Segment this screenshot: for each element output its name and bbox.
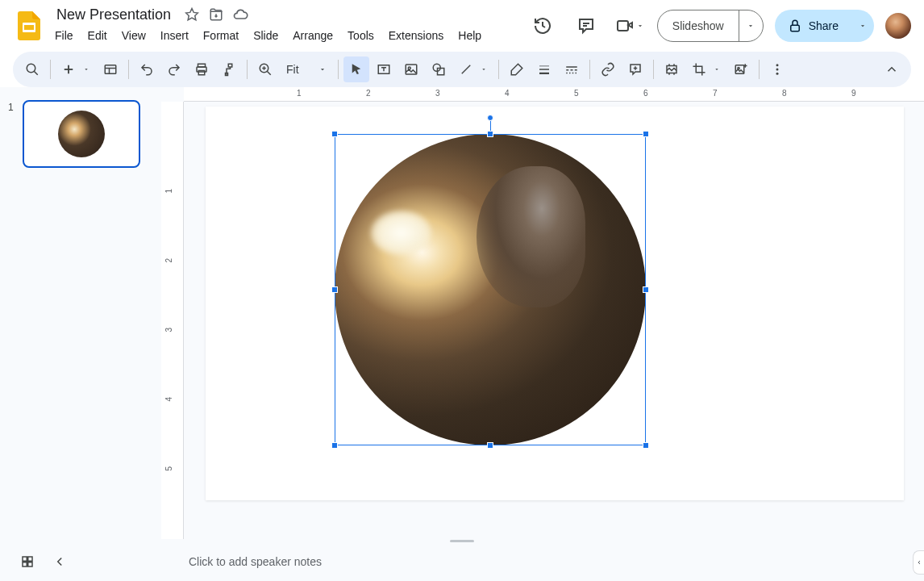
menu-view[interactable]: View <box>115 26 152 45</box>
cloud-saved-icon[interactable] <box>232 6 248 23</box>
menu-extensions[interactable]: Extensions <box>382 26 450 45</box>
crop-button[interactable] <box>686 56 712 82</box>
slide-panel: 1 <box>0 87 161 539</box>
slideshow-button[interactable]: Slideshow <box>658 10 739 41</box>
svg-rect-31 <box>539 69 549 70</box>
collapse-toolbar-button[interactable] <box>879 56 905 82</box>
menubar: File Edit View Insert Format Slide Arran… <box>48 24 527 47</box>
collapse-panel-button[interactable] <box>44 554 76 569</box>
meet-icon[interactable] <box>614 10 646 42</box>
resize-handle-ne[interactable] <box>643 131 649 137</box>
select-tool[interactable] <box>343 56 369 82</box>
reset-image-button[interactable] <box>728 56 754 82</box>
resize-handle-e[interactable] <box>643 286 649 293</box>
menu-help[interactable]: Help <box>452 26 488 45</box>
toolbar: Fit <box>13 52 911 87</box>
redo-button[interactable] <box>161 56 187 82</box>
star-icon[interactable] <box>184 6 200 23</box>
resize-handle-w[interactable] <box>331 286 338 293</box>
menu-edit[interactable]: Edit <box>81 26 114 45</box>
svg-point-48 <box>776 73 778 75</box>
resize-handle-nw[interactable] <box>331 131 338 137</box>
svg-rect-51 <box>23 562 27 566</box>
menu-file[interactable]: File <box>48 26 80 45</box>
svg-rect-34 <box>566 69 568 71</box>
new-slide-button[interactable] <box>56 56 81 82</box>
print-button[interactable] <box>189 56 214 82</box>
move-icon[interactable] <box>208 6 224 23</box>
grid-view-button[interactable] <box>11 554 44 569</box>
share-button[interactable]: Share <box>775 10 851 42</box>
app-header: New Presentation File Edit View Insert F… <box>0 0 924 45</box>
textbox-button[interactable] <box>371 56 397 82</box>
layout-button[interactable] <box>98 56 123 82</box>
selection-border <box>335 134 646 445</box>
svg-point-47 <box>776 69 778 71</box>
line-dropdown[interactable] <box>477 66 490 73</box>
doc-title[interactable]: New Presentation <box>52 5 176 25</box>
more-button[interactable] <box>764 56 790 82</box>
speaker-notes-area: Click to add speaker notes <box>0 542 924 581</box>
resize-handle-se[interactable] <box>643 442 649 449</box>
canvas-area[interactable]: 1 2 3 4 5 6 7 8 9 1 2 3 4 5 <box>161 87 924 539</box>
svg-rect-30 <box>539 66 549 67</box>
explore-tab[interactable] <box>913 550 924 575</box>
resize-handle-s[interactable] <box>487 442 493 449</box>
slide-thumb <box>23 100 140 168</box>
svg-rect-5 <box>618 21 628 31</box>
slide-thumbnail-1[interactable]: 1 <box>8 100 153 168</box>
svg-rect-1 <box>24 25 34 30</box>
menu-tools[interactable]: Tools <box>341 26 381 45</box>
border-dash-button[interactable] <box>559 56 585 82</box>
svg-rect-50 <box>28 557 32 561</box>
svg-line-19 <box>267 71 271 75</box>
header-right: Slideshow Share <box>527 10 911 42</box>
slide-canvas[interactable] <box>206 107 904 500</box>
mask-image-button[interactable] <box>659 56 685 82</box>
insert-image-button[interactable] <box>398 56 424 82</box>
crop-dropdown[interactable] <box>710 66 723 73</box>
line-button[interactable] <box>453 56 479 82</box>
zoom-select[interactable]: Fit <box>280 60 333 79</box>
comments-icon[interactable] <box>570 10 602 42</box>
share-label: Share <box>809 19 839 32</box>
insert-comment-button[interactable] <box>622 56 648 82</box>
slides-logo[interactable] <box>13 10 45 42</box>
menu-slide[interactable]: Slide <box>247 26 285 45</box>
new-slide-dropdown[interactable] <box>80 66 93 73</box>
svg-rect-33 <box>566 66 577 68</box>
vertical-ruler: 1 2 3 4 5 <box>161 102 184 539</box>
search-menus-button[interactable] <box>19 56 45 82</box>
history-icon[interactable] <box>527 10 559 42</box>
svg-rect-36 <box>574 69 576 71</box>
shape-button[interactable] <box>426 56 452 82</box>
insert-link-button[interactable] <box>595 56 621 82</box>
svg-rect-28 <box>437 69 443 75</box>
speaker-notes-input[interactable]: Click to add speaker notes <box>76 555 924 568</box>
svg-rect-6 <box>790 25 799 31</box>
svg-rect-37 <box>566 73 568 74</box>
border-color-button[interactable] <box>504 56 530 82</box>
thumb-image <box>58 111 105 157</box>
svg-rect-49 <box>23 557 27 561</box>
menu-format[interactable]: Format <box>197 26 245 45</box>
undo-button[interactable] <box>134 56 160 82</box>
menu-insert[interactable]: Insert <box>154 26 195 45</box>
menu-arrange[interactable]: Arrange <box>286 26 339 45</box>
account-avatar[interactable] <box>885 13 911 39</box>
svg-rect-40 <box>575 73 576 74</box>
zoom-button[interactable] <box>252 56 278 82</box>
selected-image[interactable] <box>335 134 646 445</box>
resize-handle-n[interactable] <box>487 131 493 137</box>
rotate-handle[interactable] <box>487 115 493 121</box>
border-weight-button[interactable] <box>531 56 557 82</box>
title-area: New Presentation File Edit View Insert F… <box>52 5 527 47</box>
slideshow-dropdown[interactable] <box>739 10 763 41</box>
horizontal-ruler: 1 2 3 4 5 6 7 8 9 <box>184 87 924 102</box>
svg-rect-35 <box>570 69 572 71</box>
share-dropdown[interactable] <box>851 10 874 42</box>
paint-format-button[interactable] <box>216 56 242 82</box>
slideshow-group: Slideshow <box>657 10 764 42</box>
svg-rect-38 <box>569 73 571 74</box>
resize-handle-sw[interactable] <box>331 442 338 449</box>
